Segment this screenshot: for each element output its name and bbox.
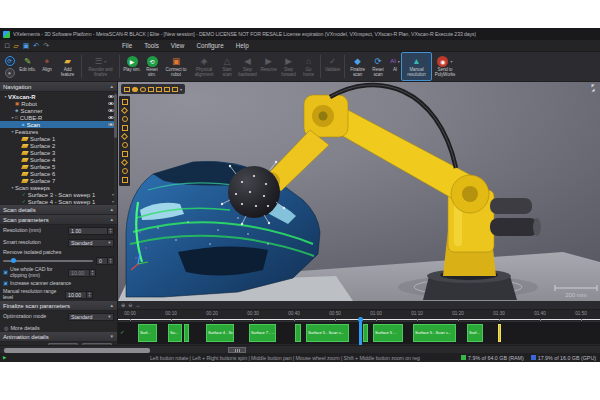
- playhead-line[interactable]: [359, 322, 362, 345]
- sync-button[interactable]: ⟳: [5, 56, 15, 66]
- record-button[interactable]: ●: [5, 68, 15, 78]
- menu-file[interactable]: File: [116, 40, 138, 51]
- resolution-range-input[interactable]: 10.00 ▲▼: [65, 291, 93, 299]
- tree-item-surface-4-scan-sweep-1[interactable]: ✓Surface 4 - Scan sweep 1▾: [0, 198, 117, 205]
- slider-thumb[interactable]: [11, 258, 16, 263]
- menu-configure[interactable]: Configure: [190, 40, 229, 51]
- side-tool-4[interactable]: [122, 125, 128, 131]
- tree-item-surface-6[interactable]: Surface 6: [0, 170, 117, 177]
- collapse-caret-icon[interactable]: ▲: [110, 84, 114, 89]
- step-backward-button[interactable]: ◀Step backward: [236, 53, 259, 80]
- resume-button[interactable]: ▶Resume: [259, 53, 278, 80]
- horizontal-scrollbar[interactable]: [4, 348, 150, 353]
- step-forward-button[interactable]: ▶Step forward: [278, 53, 299, 80]
- timeline-track[interactable]: ✓ Surf...Su...Surface 4 - Sca...Surface …: [118, 321, 600, 344]
- scan-sweep-block[interactable]: Surf...: [138, 324, 157, 342]
- add-select-icon[interactable]: [148, 87, 154, 92]
- scan-sweep-block[interactable]: Surface 7 - ...: [249, 324, 276, 342]
- reorder-finalize-button[interactable]: ☰▾Reorder and finalize: [84, 53, 117, 80]
- finalize-scan-button[interactable]: ◆Finalize scan: [347, 53, 368, 80]
- cad-clipping-input[interactable]: 10.00 ▲▼: [68, 269, 96, 277]
- remove-patches-slider[interactable]: [3, 260, 93, 262]
- rect-select-icon[interactable]: [124, 87, 130, 92]
- scan-sweep-block[interactable]: Surface 4 - Sca...: [206, 324, 234, 342]
- fit-timeline-icon[interactable]: ↔: [135, 302, 140, 308]
- add-feature-button[interactable]: ▰Add feature: [56, 53, 79, 80]
- side-tool-9[interactable]: [122, 168, 128, 174]
- side-tool-6[interactable]: [122, 142, 128, 148]
- side-tool-3[interactable]: [122, 116, 128, 122]
- menu-tools[interactable]: Tools: [138, 40, 165, 51]
- tree-item-surface-2[interactable]: Surface 2: [0, 142, 117, 149]
- scan-sweep-block[interactable]: Surface 5 ...: [373, 324, 403, 342]
- tree-item-robot[interactable]: ▣Robot: [0, 100, 117, 107]
- undo-icon[interactable]: ↶: [33, 41, 39, 51]
- play-sim-button[interactable]: ▶Play sim.: [122, 53, 142, 80]
- side-tool-2[interactable]: [121, 107, 128, 114]
- animation-details-header[interactable]: Animation details ▼: [0, 332, 117, 342]
- tree-item-cube-r[interactable]: ▾□CUBE-R: [0, 114, 117, 121]
- tree-item-surface-5[interactable]: Surface 5: [0, 163, 117, 170]
- expand-viewport-icon[interactable]: ◤◢: [589, 84, 597, 92]
- dot-brush-icon[interactable]: [132, 87, 138, 92]
- side-tool-10[interactable]: [122, 177, 128, 183]
- scan-parameters-header[interactable]: Scan parameters ▲: [0, 215, 117, 225]
- chevron-down-icon[interactable]: ▾: [180, 87, 182, 92]
- scan-sweep-block[interactable]: Surface 5 - Scan s...: [413, 324, 456, 342]
- zoom-in-icon[interactable]: ⊕: [121, 302, 125, 308]
- tree-scrollbar[interactable]: [114, 92, 117, 205]
- timeline-ruler[interactable]: 00:0000:1000:2000:3000:4000:5001:0001:10…: [118, 310, 600, 321]
- playhead-handle[interactable]: [358, 317, 363, 322]
- spinner[interactable]: ▲▼: [107, 228, 113, 234]
- tree-item-scanner[interactable]: ◈Scanner: [0, 107, 117, 114]
- open-icon[interactable]: ▱: [13, 41, 18, 51]
- send-to-polyworks-button[interactable]: ◉▾Send to PolyWorks: [431, 53, 459, 80]
- side-tool-1[interactable]: [122, 99, 128, 105]
- align-button[interactable]: ⌖Align: [38, 53, 56, 80]
- scan-sweep-block[interactable]: Surf...: [467, 324, 483, 342]
- smart-resolution-select[interactable]: Standard ▼: [68, 239, 114, 247]
- sweep-marker[interactable]: [295, 324, 301, 342]
- start-scan-button[interactable]: △Start scan: [218, 53, 236, 80]
- scanner-clearance-checkbox[interactable]: ✓: [3, 281, 8, 286]
- scan-details-header[interactable]: Scan details ▲: [0, 205, 117, 215]
- reset-scan-button[interactable]: ⟳Reset scan: [368, 53, 388, 80]
- sweep-marker[interactable]: [498, 324, 501, 342]
- zoom-out-icon[interactable]: ⊖: [128, 302, 132, 308]
- validate-button[interactable]: ✓Validate: [323, 53, 342, 80]
- scan-sweep-block[interactable]: Su...: [168, 324, 182, 342]
- connect-robot-button[interactable]: ▣Connect to robot: [162, 53, 190, 80]
- tree-item-surface-3-scan-sweep-1[interactable]: ✓Surface 3 - Scan sweep 1▾: [0, 191, 117, 198]
- ai-resolution-button[interactable]: AI▾AI: [388, 53, 402, 80]
- tree-item-surface-7[interactable]: Surface 7: [0, 177, 117, 184]
- side-tool-8[interactable]: [121, 159, 128, 166]
- new-session-icon[interactable]: □: [5, 41, 9, 51]
- cad-clipping-checkbox[interactable]: ✓: [3, 270, 8, 275]
- grid-select-icon[interactable]: [164, 87, 170, 92]
- remove-patches-input[interactable]: 0 ▲▼: [96, 257, 114, 265]
- go-home-button[interactable]: ⌂Go home: [299, 53, 318, 80]
- physical-alignment-button[interactable]: ◈Physical alignment: [190, 53, 218, 80]
- side-tool-5[interactable]: [121, 133, 128, 140]
- manual-resolution-button[interactable]: ▲Manual resolution: [402, 53, 431, 80]
- tree-item-scan[interactable]: ■Scan: [0, 121, 117, 128]
- circle-select-icon[interactable]: [140, 87, 146, 92]
- tree-item-features[interactable]: ▾Features: [0, 128, 117, 135]
- edit-info-button[interactable]: ✎Edit info.: [17, 53, 38, 80]
- tree-item-vxscan-r[interactable]: ▾VXscan-R: [0, 93, 117, 100]
- menu-help[interactable]: Help: [230, 40, 255, 51]
- optimization-mode-select[interactable]: Standard ▼: [68, 313, 114, 321]
- tree-item-surface-4[interactable]: Surface 4: [0, 156, 117, 163]
- tree-item-scan-sweeps[interactable]: ▾Scan sweeps: [0, 184, 117, 191]
- tree-item-surface-3[interactable]: Surface 3: [0, 149, 117, 156]
- save-icon[interactable]: ▣: [23, 41, 30, 51]
- reset-sim-button[interactable]: ⟲Reset sim.: [142, 53, 162, 80]
- sweep-marker[interactable]: [363, 324, 368, 342]
- menu-view[interactable]: View: [165, 40, 191, 51]
- resolution-input[interactable]: 1.00 ▲▼: [68, 227, 114, 235]
- redo-icon[interactable]: ↷: [43, 41, 49, 51]
- more-details-toggle[interactable]: ◎ More details: [0, 323, 117, 332]
- lasso-icon[interactable]: [156, 87, 162, 92]
- scan-sweep-block[interactable]: Surface 5 - Scan s...: [306, 324, 349, 342]
- side-tool-7[interactable]: [122, 151, 128, 157]
